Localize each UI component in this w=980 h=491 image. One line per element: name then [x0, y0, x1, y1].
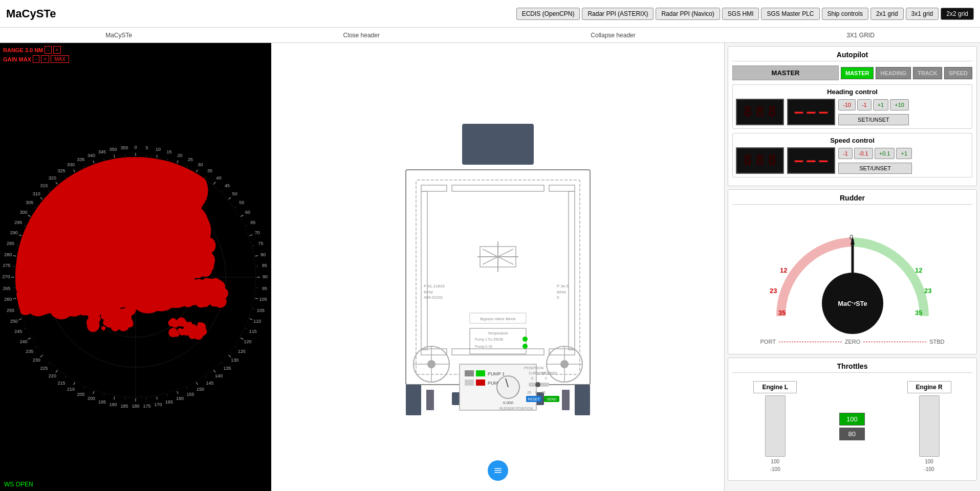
- nav-btn-sgs-master-plc[interactable]: SGS Master PLC: [761, 8, 819, 20]
- svg-rect-9: [549, 185, 575, 191]
- rudder-title: Rudder: [732, 194, 972, 205]
- svg-text:0: 0: [545, 376, 547, 380]
- range-minus-btn[interactable]: -: [45, 46, 51, 54]
- speed-control-section: Speed control 8 8 8 — — — -1: [732, 133, 972, 177]
- speed-desired-1: —: [793, 151, 804, 170]
- svg-rect-46: [476, 370, 485, 376]
- heading-minus-10[interactable]: -10: [838, 99, 856, 110]
- heading-digit-3: 8: [767, 103, 778, 121]
- throttles-row: Engine L 100 -100 100 80 Engine R 100 -1…: [732, 377, 972, 476]
- svg-text:12: 12: [780, 266, 787, 274]
- speed-current-display: 8 8 8: [736, 147, 784, 174]
- speed-plus-1[interactable]: +1: [896, 148, 912, 159]
- speed-set-btn[interactable]: SET/UNSET: [838, 163, 912, 174]
- middle-panel: Bypass Valve Block Temperature Pump 1 51…: [271, 43, 724, 491]
- svg-rect-49: [476, 380, 485, 386]
- radar-controls: RANGE 3.0 NM - + GAIN MAX - + MAX: [3, 46, 69, 63]
- svg-text:Bypass Valve Block: Bypass Valve Block: [480, 317, 516, 321]
- gain-minus-btn[interactable]: -: [33, 55, 39, 63]
- engine-l-slider[interactable]: [765, 395, 786, 457]
- heading-set-btn[interactable]: SET/UNSET: [838, 114, 909, 125]
- heading-desired-3: —: [818, 103, 829, 121]
- heading-btn-row: -10 -1 +1 +10: [838, 99, 909, 110]
- svg-rect-1: [406, 170, 590, 385]
- svg-text:12: 12: [915, 266, 922, 274]
- svg-point-37: [522, 344, 528, 349]
- nav-btn-ship-controls[interactable]: Ship controls: [822, 8, 868, 20]
- autopilot-section: Autopilot MASTER MASTER HEADING TRACK SP…: [728, 46, 977, 186]
- speed-plus-01[interactable]: +0.1: [875, 148, 895, 159]
- nav-btn-3x1-grid[interactable]: 3x1 grid: [906, 8, 939, 20]
- heading-current-display: 8 8 8: [736, 99, 784, 125]
- master-label: MASTER: [732, 65, 839, 80]
- svg-point-23: [560, 360, 569, 368]
- range-plus-btn[interactable]: +: [53, 46, 61, 54]
- nav-btn-2x2-grid[interactable]: 2x2 grid: [941, 8, 974, 20]
- heading-digit-1: 8: [742, 103, 753, 121]
- gain-plus-btn[interactable]: +: [41, 55, 49, 63]
- svg-text:P  41.21833: P 41.21833: [424, 284, 445, 288]
- sub-header-macyste[interactable]: MaCySTe: [101, 31, 136, 40]
- engine-r-slider[interactable]: [919, 395, 940, 457]
- heading-plus-1[interactable]: +1: [873, 99, 889, 110]
- range-label: RANGE 3.0 NM: [3, 47, 43, 53]
- float-menu-button[interactable]: [488, 460, 508, 481]
- rudder-arc-svg: 12 23 35 12 23 35 0 MaCySTe: [750, 214, 955, 337]
- gain-label: GAIN MAX: [3, 56, 31, 62]
- svg-rect-45: [465, 370, 474, 376]
- nav-btn-ecdis--opencpn-[interactable]: ECDIS (OpenCPN): [516, 8, 580, 20]
- rudder-section: Rudder 12 23 35 12 23 35: [728, 189, 977, 354]
- svg-rect-0: [462, 124, 534, 165]
- heading-minus-1[interactable]: -1: [857, 99, 872, 110]
- gain-max-btn[interactable]: MAX: [51, 55, 69, 63]
- nav-btn-radar-ppi--navico-[interactable]: Radar PPI (Navico): [656, 8, 720, 20]
- svg-text:Pump 1  51.45036: Pump 1 51.45036: [475, 338, 503, 342]
- ap-mode-speed[interactable]: SPEED: [944, 67, 972, 79]
- svg-text:0: 0: [557, 295, 559, 300]
- svg-text:35: 35: [915, 309, 922, 317]
- svg-rect-10: [452, 185, 544, 191]
- speed-minus-01[interactable]: -0.1: [854, 148, 873, 159]
- nav-btn-sgs-hmi[interactable]: SGS HMI: [722, 8, 759, 20]
- speed-adj-buttons: -1 -0.1 +0.1 +1 SET/UNSET: [838, 148, 912, 174]
- speed-minus-1[interactable]: -1: [838, 148, 853, 159]
- engine-l-button[interactable]: Engine L: [753, 381, 797, 393]
- sub-header-close[interactable]: Close header: [339, 31, 384, 40]
- throttles-section: Throttles Engine L 100 -100 100 80 Engin…: [728, 358, 977, 481]
- svg-rect-26: [575, 385, 590, 415]
- svg-point-35: [522, 337, 528, 342]
- heading-desired-1: —: [793, 103, 804, 121]
- svg-text:RUDDER POSITION: RUDDER POSITION: [499, 407, 533, 410]
- engine-r-sub-top: 100: [925, 459, 933, 464]
- svg-text:0: 0: [535, 391, 537, 394]
- nav-btn-2x1-grid[interactable]: 2x1 grid: [870, 8, 904, 20]
- svg-text:RESET: RESET: [528, 397, 540, 401]
- speed-digit-1: 8: [742, 151, 753, 170]
- nav-btn-radar-ppi--asterix-[interactable]: Radar PPI (ASTERIX): [582, 8, 654, 20]
- sub-header-collapse[interactable]: Collapse header: [586, 31, 639, 40]
- svg-rect-14: [421, 191, 427, 350]
- heading-adj-buttons: -10 -1 +1 +10 SET/UNSET: [838, 99, 909, 125]
- center-throttle-sub: 80: [839, 428, 865, 440]
- stbd-label: STBD: [929, 339, 944, 345]
- svg-point-80: [848, 303, 857, 329]
- zero-text: ZERO: [845, 339, 861, 345]
- engine-r-sub-bot: -100: [924, 466, 934, 472]
- autopilot-title: Autopilot: [732, 51, 972, 61]
- main-layout: RANGE 3.0 NM - + GAIN MAX - + MAX WS OPE…: [0, 43, 980, 491]
- svg-rect-48: [465, 380, 474, 386]
- ap-mode-heading[interactable]: HEADING: [876, 67, 911, 79]
- heading-plus-10[interactable]: +10: [890, 99, 909, 110]
- sub-header-grid[interactable]: 3X1 GRID: [842, 31, 879, 40]
- throttles-title: Throttles: [732, 362, 972, 373]
- svg-text:0: 0: [531, 376, 533, 380]
- master-row: MASTER MASTER HEADING TRACK SPEED: [732, 65, 972, 80]
- svg-text:23: 23: [770, 287, 777, 295]
- ap-mode-master[interactable]: MASTER: [841, 67, 874, 79]
- ap-mode-track[interactable]: TRACK: [913, 67, 942, 79]
- svg-point-61: [535, 382, 540, 387]
- engine-r-button[interactable]: Engine R: [907, 381, 951, 393]
- engine-l-sub-bot: -100: [770, 466, 780, 472]
- heading-desired-2: —: [805, 103, 817, 121]
- svg-text:PUMP 1: PUMP 1: [488, 371, 505, 376]
